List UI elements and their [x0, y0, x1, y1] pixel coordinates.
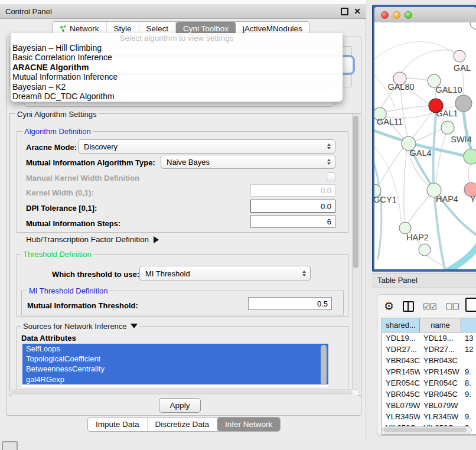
- network-edge[interactable]: [400, 85, 407, 137]
- network-node[interactable]: [441, 121, 454, 134]
- bottom-tab-infer-network[interactable]: Infer Network: [217, 418, 280, 431]
- table-cell[interactable]: YPR145W: [420, 366, 461, 377]
- docked-panel-icon[interactable]: [2, 441, 18, 450]
- attribute-item-betweennesscentrality[interactable]: BetweennessCentrality: [22, 364, 328, 374]
- network-node-swi4[interactable]: [464, 149, 476, 164]
- table-cell[interactable]: [461, 355, 476, 366]
- select-all-icon[interactable]: ☑☑: [423, 302, 436, 311]
- network-edge[interactable]: [374, 164, 382, 259]
- table-cell[interactable]: YDR27...: [382, 344, 420, 355]
- algorithm-option-dream8-dc-tdc-algorithm[interactable]: Dream8 DC_TDC Algorithm: [11, 92, 343, 101]
- table-cell[interactable]: YBL079W: [382, 400, 420, 411]
- network-edge[interactable]: [408, 195, 429, 223]
- network-edge[interactable]: [468, 164, 471, 182]
- bottom-tab-discretize-data[interactable]: Discretize Data: [148, 418, 218, 431]
- network-graph[interactable]: GALGAL80GAL10GAL1GAL11GAL4SWI4GCY1HAP4YH…: [374, 22, 476, 269]
- table-row[interactable]: YER054CYER054C8.: [382, 377, 476, 389]
- table-row[interactable]: YBL079WYBL079W: [382, 400, 476, 411]
- attribute-item-gal4rgexp[interactable]: gal4RGexp: [22, 374, 328, 384]
- column-header-a[interactable]: A: [461, 318, 476, 332]
- close-icon[interactable]: ✕: [354, 8, 361, 14]
- table-cell[interactable]: 9.: [461, 366, 476, 377]
- sources-group-toggle[interactable]: Sources for Network Inference: [21, 322, 139, 331]
- algorithm-option-aracne-algorithm[interactable]: ARACNE Algorithm: [11, 63, 343, 72]
- minimize-traffic-light-icon[interactable]: [393, 11, 400, 19]
- mi-type-combo[interactable]: Naive Bayes: [161, 155, 335, 169]
- table-cell[interactable]: YPR145W: [382, 366, 420, 377]
- table-cell[interactable]: YBR045C: [420, 389, 461, 400]
- table-cell[interactable]: YBR043C: [420, 355, 461, 366]
- network-node-gal[interactable]: [454, 50, 465, 62]
- column-header-shared[interactable]: shared...: [382, 318, 420, 332]
- float-window-icon[interactable]: [341, 8, 348, 15]
- table-cell[interactable]: [461, 400, 476, 411]
- manual-kernel-checkbox[interactable]: [327, 172, 335, 181]
- table-cell[interactable]: 9.: [461, 389, 476, 400]
- table-row[interactable]: YBR043CYBR043C: [382, 355, 476, 366]
- table-panel-titlebar[interactable]: Table Panel: [372, 273, 476, 288]
- dpi-tolerance-field[interactable]: 0.0: [250, 200, 335, 213]
- table-cell[interactable]: 13: [461, 332, 476, 344]
- network-edge[interactable]: [379, 149, 403, 185]
- network-edge[interactable]: [416, 129, 441, 141]
- table-cell[interactable]: 12: [461, 344, 476, 355]
- zoom-traffic-light-icon[interactable]: [405, 11, 412, 19]
- attribute-item-selfloops[interactable]: SelfLoops: [22, 344, 328, 354]
- table-row[interactable]: YLR345WYLR345W9.: [382, 411, 476, 422]
- table-row[interactable]: YBR045CYBR045C9.: [382, 389, 476, 400]
- network-edge[interactable]: [436, 134, 446, 183]
- settings-scrollbar-thumb[interactable]: [353, 116, 358, 268]
- gear-icon[interactable]: ⚙: [384, 301, 394, 312]
- columns-icon[interactable]: [403, 301, 414, 312]
- attribute-list-scrollbar[interactable]: [321, 345, 327, 385]
- table-row[interactable]: YDL19...YDL19...13: [382, 332, 476, 344]
- table-cell[interactable]: 9.: [461, 411, 476, 422]
- table-cell[interactable]: YLR345W: [382, 411, 420, 422]
- network-edge[interactable]: [404, 151, 407, 222]
- algorithm-option-mutual-information-inference[interactable]: Mutual Information Inference: [11, 72, 343, 81]
- attribute-item-topologicalcoefficient[interactable]: TopologicalCoefficient: [22, 354, 328, 364]
- network-node-hap2[interactable]: [399, 222, 411, 234]
- control-panel-titlebar[interactable]: Control Panel ✕: [0, 4, 366, 19]
- table-horizontal-scrollbar-thumb[interactable]: [384, 428, 467, 432]
- table-cell[interactable]: YDR27...: [420, 344, 461, 355]
- algorithm-option-basic-correlation-inference[interactable]: Basic Correlation Inference: [11, 53, 343, 62]
- table-cell[interactable]: YER054C: [420, 377, 461, 389]
- file-icon[interactable]: [465, 298, 476, 312]
- mi-threshold-field[interactable]: 0.5: [248, 297, 332, 310]
- network-edge[interactable]: [402, 50, 458, 72]
- settings-horizontal-scrollbar-thumb[interactable]: [11, 390, 353, 395]
- bottom-tab-impute-data[interactable]: Impute Data: [88, 418, 148, 431]
- network-edge[interactable]: [406, 78, 428, 80]
- table-cell[interactable]: YDL19...: [382, 332, 420, 344]
- table-cell[interactable]: YBR045C: [382, 389, 420, 400]
- table-cell[interactable]: 8.: [461, 377, 476, 389]
- table-cell[interactable]: YLR345W: [420, 411, 461, 422]
- close-traffic-light-icon[interactable]: [381, 11, 389, 19]
- network-node[interactable]: [470, 22, 476, 30]
- table-cell[interactable]: YER054C: [382, 377, 420, 389]
- network-canvas[interactable]: GALGAL80GAL10GAL1GAL11GAL4SWI4GCY1HAP4YH…: [374, 22, 476, 269]
- table-cell[interactable]: YBL079W: [420, 400, 461, 411]
- column-header-name[interactable]: name: [420, 318, 461, 332]
- network-node[interactable]: [419, 244, 431, 256]
- table-row[interactable]: YDR27...YDR27...12: [382, 344, 476, 355]
- table-cell[interactable]: YBR043C: [382, 355, 420, 366]
- deselect-all-icon[interactable]: ☐☐: [445, 302, 459, 311]
- table-cell[interactable]: YDL19...: [420, 332, 461, 344]
- aracne-mode-combo[interactable]: Discovery: [78, 139, 335, 154]
- kernel-width-field[interactable]: 0.0: [250, 184, 335, 197]
- mi-steps-field[interactable]: 6: [250, 215, 335, 228]
- table-horizontal-scrollbar[interactable]: [382, 426, 472, 433]
- table-row[interactable]: YPR145WYPR145W9.: [382, 366, 476, 377]
- algorithm-option-bayesian-hill-climbing[interactable]: Bayesian – Hill Climbing: [11, 43, 343, 53]
- which-threshold-combo[interactable]: MI Threshold: [139, 266, 311, 281]
- apply-button[interactable]: Apply: [159, 398, 201, 413]
- network-window-titlebar[interactable]: [374, 7, 476, 22]
- network-edge[interactable]: [386, 106, 429, 112]
- hub-tf-definition-toggle[interactable]: Hub/Transcription Factor Definition: [26, 235, 159, 244]
- network-edge[interactable]: [426, 255, 450, 269]
- settings-horizontal-scrollbar[interactable]: [9, 389, 360, 396]
- network-edge[interactable]: [449, 245, 476, 269]
- algorithm-option-bayesian-k2[interactable]: Bayesian – K2: [11, 82, 343, 92]
